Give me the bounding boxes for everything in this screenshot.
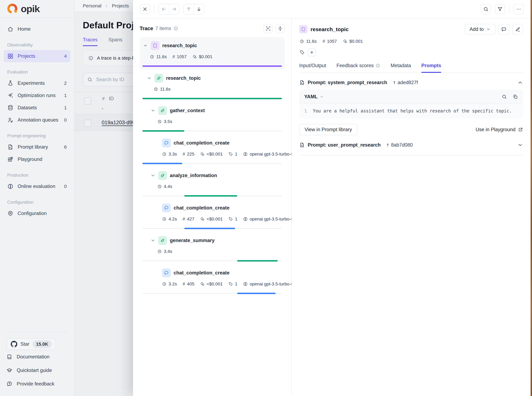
down-span-button[interactable] xyxy=(194,4,204,14)
book-icon xyxy=(6,354,12,360)
cost-stat: <$0.001 xyxy=(200,216,223,221)
breadcrumb-personal[interactable]: Personal xyxy=(83,3,101,8)
sidebar-item-projects[interactable]: Projects 4 xyxy=(4,50,70,62)
cost-stat: <$0.001 xyxy=(200,281,223,286)
span-node-gather-context[interactable]: gather_context 3.5s xyxy=(140,102,285,134)
app-logo-text: opik xyxy=(21,3,40,14)
span-name[interactable]: chat_completion_create xyxy=(174,270,230,276)
tab-feedback-scores[interactable]: Feedback scores xyxy=(337,63,380,72)
prompt-title[interactable]: Prompt: user_prompt_research xyxy=(308,142,381,148)
id-column-header[interactable]: ID xyxy=(102,96,114,101)
chevron-down-icon[interactable] xyxy=(151,108,155,113)
sidebar-item-documentation[interactable]: Documentation xyxy=(6,350,68,364)
sidebar-item-annotation-queues[interactable]: Annotation queues 0 xyxy=(4,114,70,126)
sidebar-item-home[interactable]: Home xyxy=(4,23,70,35)
clock-icon xyxy=(162,217,167,221)
select-all-checkbox[interactable] xyxy=(84,97,91,105)
chevron-down-icon[interactable] xyxy=(517,142,523,148)
span-node-generate-summary[interactable]: generate_summary 3.4s xyxy=(140,232,285,264)
sidebar-item-provide-feedback[interactable]: Provide feedback xyxy=(6,377,68,391)
sidebar-section-evaluation: Evaluation xyxy=(7,70,67,75)
prompt-document-icon xyxy=(7,144,13,150)
use-in-playground-link[interactable]: Use in Playground xyxy=(476,127,523,132)
prompt-commit: aded827f xyxy=(392,80,418,85)
scan-lines-icon xyxy=(265,26,271,31)
github-star-button[interactable]: Star 15.0K xyxy=(6,338,56,350)
sidebar-item-online-evaluation[interactable]: Online evaluation 0 xyxy=(4,180,70,192)
row-checkbox[interactable] xyxy=(84,120,91,127)
app-logo[interactable]: opik xyxy=(0,0,74,17)
breadcrumb-projects[interactable]: Projects xyxy=(112,3,129,8)
trace-node-research-topic[interactable]: research_topic 11.6s #1057 $0.001 xyxy=(140,37,285,70)
span-node-research-topic[interactable]: research_topic 11.6s xyxy=(140,70,285,102)
chevron-down-icon[interactable] xyxy=(151,238,155,243)
span-name[interactable]: generate_summary xyxy=(170,238,214,243)
opik-logo-icon xyxy=(6,3,18,15)
view-in-prompt-library-button[interactable]: View in Prompt library xyxy=(299,124,357,135)
collapse-all-button[interactable] xyxy=(276,24,285,33)
add-to-button[interactable]: Add to xyxy=(465,24,495,35)
filter-button[interactable] xyxy=(495,4,505,14)
up-down-span-group xyxy=(183,4,204,14)
comments-button[interactable] xyxy=(498,24,509,35)
sidebar-item-datasets[interactable]: Datasets 1 xyxy=(4,102,70,114)
up-span-button[interactable] xyxy=(184,4,194,14)
duration-stat: 11.6s xyxy=(300,39,317,44)
grid-icon xyxy=(7,53,13,59)
span-node-chat-completion-create[interactable]: chat_completion_create 4.2s #427 <$0.001… xyxy=(140,199,285,232)
chevron-down-icon[interactable] xyxy=(143,43,148,48)
add-tag-button[interactable]: + xyxy=(308,48,316,57)
sidebar-item-playground[interactable]: Playground xyxy=(4,153,70,165)
next-trace-button[interactable] xyxy=(169,4,179,14)
feedback-bubble-icon xyxy=(6,381,12,387)
chevron-up-icon[interactable] xyxy=(517,80,523,85)
tab-metadata[interactable]: Metadata xyxy=(391,63,411,72)
close-button[interactable] xyxy=(140,4,150,14)
search-spans-button[interactable] xyxy=(481,4,491,14)
timeline-bar xyxy=(237,293,276,294)
model-stat: openai gpt-3.5-turbo-0125 xyxy=(243,281,292,286)
edit-button[interactable] xyxy=(512,24,523,35)
code-line: 1 You are a helpful assistant that helps… xyxy=(299,104,523,119)
span-name[interactable]: chat_completion_create xyxy=(174,140,230,146)
trace-tree-header: Trace 7 items xyxy=(140,24,285,33)
chain-type-icon xyxy=(154,74,163,82)
span-name[interactable]: chat_completion_create xyxy=(174,205,230,211)
prev-trace-button[interactable] xyxy=(159,4,169,14)
coins-icon xyxy=(192,54,197,59)
span-node-analyze-information[interactable]: analyze_information 4.4s xyxy=(140,167,285,199)
focus-trace-button[interactable] xyxy=(264,24,273,33)
span-node-chat-completion-create[interactable]: chat_completion_create 3.2s #405 <$0.001… xyxy=(140,264,285,297)
sidebar-item-count: 1 xyxy=(64,105,67,111)
tab-input-output[interactable]: Input/Output xyxy=(299,63,326,72)
sidebar-item-configuration[interactable]: Configuration xyxy=(4,207,70,220)
span-name[interactable]: gather_context xyxy=(170,108,205,113)
tab-prompts[interactable]: Prompts xyxy=(421,63,441,72)
prompt-document-icon xyxy=(299,80,305,85)
search-in-code-icon[interactable] xyxy=(502,94,507,99)
span-name[interactable]: analyze_information xyxy=(170,173,217,178)
tab-traces[interactable]: Traces xyxy=(83,37,98,46)
more-actions-button[interactable] xyxy=(514,4,524,14)
trace-detail-sheet: Trace 7 items research_topic xyxy=(133,0,531,396)
tab-spans[interactable]: Spans xyxy=(109,37,123,46)
prompt-title[interactable]: Prompt: system_prompt_research xyxy=(308,80,387,85)
sidebar-item-optimization-runs[interactable]: Optimization runs 1 xyxy=(4,89,70,102)
filter-funnel-icon xyxy=(497,6,503,12)
span-name[interactable]: research_topic xyxy=(166,75,201,81)
clock-icon xyxy=(300,39,304,44)
timeline-bar xyxy=(142,98,282,99)
copy-icon[interactable] xyxy=(513,94,518,99)
sidebar-item-quickstart-guide[interactable]: Quickstart guide xyxy=(6,364,68,377)
sidebar-item-prompt-library[interactable]: Prompt library 6 xyxy=(4,141,70,153)
close-icon xyxy=(142,6,148,12)
span-node-chat-completion-create[interactable]: chat_completion_create 3.3s #225 <$0.001… xyxy=(140,134,285,167)
chevron-down-icon[interactable] xyxy=(147,76,152,81)
sidebar-item-experiments[interactable]: Experiments 2 xyxy=(4,77,70,89)
chevron-down-icon[interactable] xyxy=(319,94,324,99)
format-select[interactable]: YAML xyxy=(304,94,318,99)
span-name[interactable]: research_topic xyxy=(162,43,197,48)
model-stat: openai gpt-3.5-turbo-0125 xyxy=(243,216,292,221)
trace-tree-panel: Trace 7 items research_topic xyxy=(133,18,292,396)
chevron-down-icon[interactable] xyxy=(151,173,155,178)
